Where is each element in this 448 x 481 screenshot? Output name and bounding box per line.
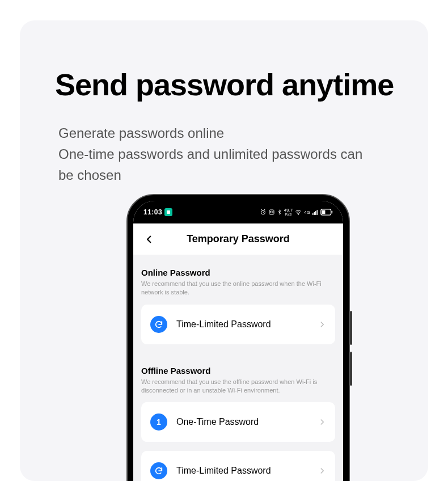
app-header: Temporary Password [133,223,343,255]
promo-card: Send password anytime Generate passwords… [20,20,428,481]
back-button[interactable] [140,230,158,248]
app-title: Temporary Password [187,233,290,245]
status-bar: 11:03 49.7 K/s 4G [133,201,343,223]
svg-rect-5 [314,212,315,215]
status-network: 4G [304,210,310,215]
section-desc-offline: We recommend that you use the offline pa… [141,378,323,395]
svg-rect-7 [317,210,318,215]
status-speed: 49.7 K/s [284,208,293,216]
status-time: 11:03 [143,208,162,216]
svg-rect-6 [315,211,316,215]
section-title-online: Online Password [141,255,335,277]
row-label: One-Time Password [176,417,318,427]
svg-rect-9 [322,210,326,214]
row-one-time[interactable]: 1 One-Time Password [141,402,335,442]
svg-rect-10 [331,210,332,213]
row-label: Time-Limited Password [176,466,318,476]
row-time-limited-offline[interactable]: Time-Limited Password [141,451,335,481]
signal-icon [312,209,319,216]
nfc-icon [268,209,275,216]
phone-screen: 11:03 49.7 K/s 4G [133,201,343,481]
phone-side-button [350,352,352,386]
phone-mockup: 11:03 49.7 K/s 4G [126,194,350,481]
sync-icon [150,316,167,333]
hero-subtitle: Generate passwords online One-time passw… [58,123,376,186]
status-app-icon [164,208,172,216]
row-time-limited-online[interactable]: Time-Limited Password [141,305,335,344]
section-title-offline: Offline Password [141,353,335,375]
row-label: Time-Limited Password [176,319,318,330]
svg-rect-4 [312,213,314,215]
chevron-right-icon [318,320,326,328]
svg-point-3 [298,214,299,215]
bluetooth-icon [277,209,282,216]
app-body: Online Password We recommend that you us… [133,255,343,481]
svg-rect-0 [167,210,170,214]
number-one-icon: 1 [150,414,167,431]
wifi-icon [294,209,302,216]
hero-title: Send password anytime [55,67,394,102]
battery-icon [320,209,333,216]
sync-icon [150,462,167,479]
chevron-left-icon [144,234,154,244]
section-desc-online: We recommend that you use the online pas… [141,280,323,297]
chevron-right-icon [318,467,326,475]
phone-side-button [350,311,352,345]
alarm-icon [260,209,267,216]
chevron-right-icon [318,418,326,426]
status-icons: 49.7 K/s 4G [260,208,333,216]
